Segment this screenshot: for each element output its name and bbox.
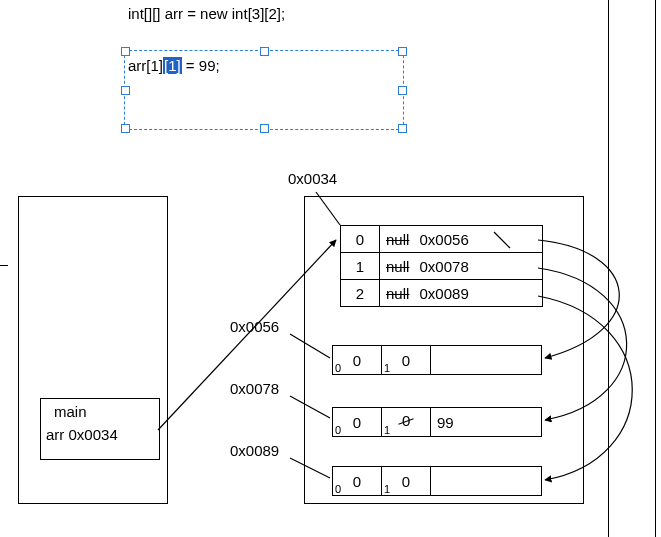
outer-addr: 0x0089 xyxy=(420,285,469,302)
right-frame-line xyxy=(608,0,609,537)
resize-handle[interactable] xyxy=(398,124,407,133)
inner-cell: 1 0 xyxy=(382,467,431,496)
cell-idx: 0 xyxy=(335,362,341,374)
outer-old: null xyxy=(386,258,409,275)
inner-cell: 1 0 xyxy=(382,408,431,437)
outer-addr: 0x0078 xyxy=(420,258,469,275)
var-value: 0x0034 xyxy=(69,426,118,443)
right-frame-line-outer xyxy=(655,0,656,537)
outer-old: null xyxy=(386,231,409,248)
outer-old: null xyxy=(386,285,409,302)
cell-idx: 0 xyxy=(335,483,341,495)
inner-cell-spacer xyxy=(431,467,542,496)
inner-addr-2: 0x0089 xyxy=(230,442,279,459)
resize-handle[interactable] xyxy=(121,47,130,56)
stack-frame-label: main xyxy=(54,403,87,420)
resize-handle[interactable] xyxy=(398,47,407,56)
inner-addr-1: 0x0078 xyxy=(230,380,279,397)
cell-val: 99 xyxy=(431,414,541,431)
inner-cell-spacer xyxy=(431,346,542,375)
cell-idx: 0 xyxy=(335,424,341,436)
left-border-tick xyxy=(0,265,8,266)
code-pre: arr[1] xyxy=(128,57,163,74)
inner-array-0: 0 0 1 0 xyxy=(332,345,542,375)
resize-handle[interactable] xyxy=(398,86,407,95)
inner-array-1: 0 0 1 0 99 xyxy=(332,407,542,437)
outer-val: null 0x0078 xyxy=(380,253,543,280)
cell-old: 0 xyxy=(402,412,410,429)
outer-idx: 1 xyxy=(341,253,380,280)
outer-val: null 0x0089 xyxy=(380,280,543,307)
inner-array-2: 0 0 1 0 xyxy=(332,466,542,496)
stack-var-arr: arr 0x0034 xyxy=(46,426,118,443)
cell-idx: 1 xyxy=(384,424,390,436)
code-selection-box[interactable]: arr[1][1] = 99; xyxy=(124,50,404,130)
outer-row-1: 1 null 0x0078 xyxy=(341,253,543,280)
code-highlight: [1] xyxy=(163,57,182,74)
resize-handle[interactable] xyxy=(260,124,269,133)
inner-cell: 0 0 xyxy=(333,408,382,437)
outer-val: null 0x0056 xyxy=(380,226,543,253)
cell-idx: 1 xyxy=(384,362,390,374)
outer-row-2: 2 null 0x0089 xyxy=(341,280,543,307)
code-assignment: arr[1][1] = 99; xyxy=(128,57,220,74)
resize-handle[interactable] xyxy=(260,47,269,56)
resize-handle[interactable] xyxy=(121,86,130,95)
var-name: arr xyxy=(46,426,64,443)
resize-handle[interactable] xyxy=(121,124,130,133)
outer-array-table: 0 null 0x0056 1 null 0x0078 2 null 0x008… xyxy=(340,225,543,307)
inner-addr-0: 0x0056 xyxy=(230,318,279,335)
code-declaration: int[][] arr = new int[3][2]; xyxy=(128,5,285,22)
outer-row-0: 0 null 0x0056 xyxy=(341,226,543,253)
outer-idx: 0 xyxy=(341,226,380,253)
inner-cell: 0 0 xyxy=(333,346,382,375)
inner-cell: 0 0 xyxy=(333,467,382,496)
inner-cell-spacer: 99 xyxy=(431,408,542,437)
cell-idx: 1 xyxy=(384,483,390,495)
heap-outer-addr: 0x0034 xyxy=(288,170,337,187)
outer-addr: 0x0056 xyxy=(420,231,469,248)
inner-cell: 1 0 xyxy=(382,346,431,375)
outer-idx: 2 xyxy=(341,280,380,307)
code-post: = 99; xyxy=(182,57,220,74)
